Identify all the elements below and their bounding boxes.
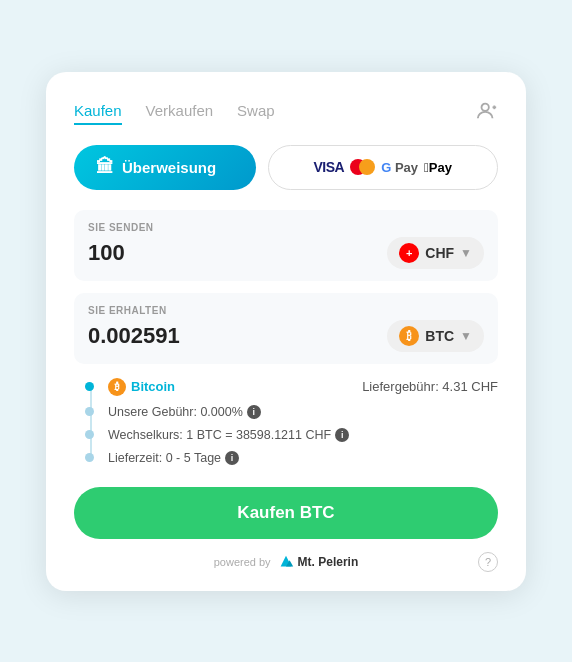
fee-info-icon[interactable]: i	[247, 405, 261, 419]
delivery-info-icon[interactable]: i	[225, 451, 239, 465]
tabs: Kaufen Verkaufen Swap	[74, 102, 275, 125]
buy-button[interactable]: Kaufen BTC	[74, 487, 498, 539]
svg-point-0	[482, 103, 489, 110]
tab-verkaufen[interactable]: Verkaufen	[146, 102, 214, 125]
header: Kaufen Verkaufen Swap	[74, 100, 498, 127]
mountain-icon	[277, 553, 295, 571]
chf-flag-icon: +	[399, 243, 419, 263]
send-currency-select[interactable]: + CHF ▼	[387, 237, 484, 269]
brand-name: Mt. Pelerin	[298, 555, 359, 569]
tab-kaufen[interactable]: Kaufen	[74, 102, 122, 125]
exchange-info-icon[interactable]: i	[335, 428, 349, 442]
dot-fee	[85, 407, 94, 416]
pelerin-logo: Mt. Pelerin	[277, 553, 359, 571]
delivery-fee: Liefergebühr: 4.31 CHF	[362, 379, 498, 394]
mastercard-icon	[350, 159, 375, 175]
receive-label: SIE ERHALTEN	[88, 305, 484, 316]
receive-input[interactable]	[88, 323, 248, 349]
fee-row: Unsere Gebühr: 0.000% i	[108, 405, 498, 419]
gpay-label: G Pay	[381, 160, 418, 175]
dot-delivery	[85, 453, 94, 462]
receive-row: ₿ BTC ▼	[88, 320, 484, 352]
send-row: + CHF ▼	[88, 237, 484, 269]
tab-swap[interactable]: Swap	[237, 102, 275, 125]
receive-field-group: SIE ERHALTEN ₿ BTC ▼	[74, 293, 498, 364]
delivery-row: Lieferzeit: 0 - 5 Tage i	[108, 451, 498, 465]
dot-exchange	[85, 430, 94, 439]
send-chevron-icon: ▼	[460, 246, 472, 260]
receive-chevron-icon: ▼	[460, 329, 472, 343]
send-label: SIE SENDEN	[88, 222, 484, 233]
uberweisung-button[interactable]: 🏛 Überweisung	[74, 145, 256, 190]
payment-methods: 🏛 Überweisung VISA G Pay Pay	[74, 145, 498, 190]
bitcoin-badge[interactable]: ₿ Bitcoin	[108, 378, 175, 396]
exchange-text: Wechselkurs: 1 BTC = 38598.1211 CHF	[108, 428, 331, 442]
powered-by-text: powered by	[214, 556, 271, 568]
exchange-row: Wechselkurs: 1 BTC = 38598.1211 CHF i	[108, 428, 498, 442]
bitcoin-badge-icon: ₿	[108, 378, 126, 396]
uberweisung-label: Überweisung	[122, 159, 216, 176]
help-icon[interactable]: ?	[478, 552, 498, 572]
coin-name: Bitcoin	[131, 379, 175, 394]
user-icon[interactable]	[476, 100, 498, 127]
send-field-group: SIE SENDEN + CHF ▼	[74, 210, 498, 281]
vertical-line	[90, 388, 92, 455]
fee-text: Unsere Gebühr: 0.000%	[108, 405, 243, 419]
applepay-label: Pay	[424, 160, 452, 175]
bank-icon: 🏛	[96, 157, 114, 178]
delivery-text: Lieferzeit: 0 - 5 Tage	[108, 451, 221, 465]
receive-currency-label: BTC	[425, 328, 454, 344]
footer: powered by Mt. Pelerin ?	[74, 553, 498, 571]
card-payment-button[interactable]: VISA G Pay Pay	[268, 145, 499, 190]
dot-coin	[85, 382, 94, 391]
send-input[interactable]	[88, 240, 208, 266]
send-currency-label: CHF	[425, 245, 454, 261]
details-list: ₿ Bitcoin Liefergebühr: 4.31 CHF Unsere …	[90, 378, 498, 465]
receive-currency-select[interactable]: ₿ BTC ▼	[387, 320, 484, 352]
visa-label: VISA	[314, 159, 345, 175]
coin-row: ₿ Bitcoin Liefergebühr: 4.31 CHF	[108, 378, 498, 396]
details-section: ₿ Bitcoin Liefergebühr: 4.31 CHF Unsere …	[90, 378, 498, 465]
btc-icon: ₿	[399, 326, 419, 346]
main-card: Kaufen Verkaufen Swap 🏛 Überweisung VISA…	[46, 72, 526, 591]
